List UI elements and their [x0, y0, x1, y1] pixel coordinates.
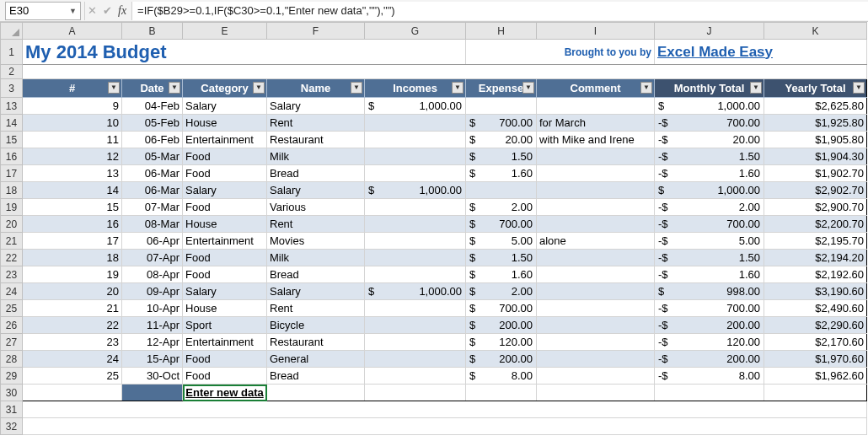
- cell-num[interactable]: 22: [23, 317, 122, 334]
- cell-expense[interactable]: [466, 98, 537, 115]
- cell-incomes[interactable]: [365, 199, 466, 216]
- empty-cell[interactable]: [23, 418, 867, 435]
- cell-date[interactable]: 05-Feb: [122, 115, 183, 132]
- cell-num[interactable]: 15: [23, 199, 122, 216]
- cell-expense[interactable]: $2.00: [466, 199, 537, 216]
- cell-expense[interactable]: $1.50: [466, 148, 537, 165]
- cell-date[interactable]: 07-Mar: [122, 199, 183, 216]
- cell-incomes[interactable]: [365, 115, 466, 132]
- cell-comment[interactable]: [537, 98, 655, 115]
- cell-name[interactable]: Rent: [267, 300, 365, 317]
- cell-comment[interactable]: [537, 317, 655, 334]
- cell-monthly[interactable]: $998.00: [655, 283, 764, 300]
- cell-yearly[interactable]: $2,902.70: [764, 182, 867, 199]
- cell-yearly[interactable]: $1,970.60: [764, 351, 867, 368]
- cell-category[interactable]: Food: [183, 250, 267, 266]
- cell-yearly[interactable]: $1,962.60: [764, 368, 867, 385]
- cell-date[interactable]: 12-Apr: [122, 334, 183, 351]
- cell-incomes[interactable]: [365, 368, 466, 385]
- row-header[interactable]: 30: [1, 385, 23, 401]
- cell-monthly[interactable]: -$200.00: [655, 317, 764, 334]
- cell-expense[interactable]: $200.00: [466, 317, 537, 334]
- cell-yearly[interactable]: $2,194.20: [764, 250, 867, 266]
- row-header[interactable]: 14: [1, 115, 23, 132]
- col-header-G[interactable]: G: [365, 23, 466, 40]
- cell-incomes[interactable]: $1,000.00: [365, 98, 466, 115]
- cell-name[interactable]: Restaurant: [267, 334, 365, 351]
- row-header[interactable]: 32: [1, 418, 23, 435]
- col-header-J[interactable]: J: [655, 23, 764, 40]
- cell-expense[interactable]: $5.00: [466, 233, 537, 250]
- header-comment[interactable]: Comment▼: [537, 79, 655, 98]
- cell-expense[interactable]: $2.00: [466, 283, 537, 300]
- cell-name[interactable]: Salary: [267, 182, 365, 199]
- cell-comment[interactable]: [537, 216, 655, 233]
- filter-button[interactable]: ▼: [853, 82, 865, 94]
- cell-name[interactable]: Rent: [267, 216, 365, 233]
- cell-date[interactable]: 05-Mar: [122, 148, 183, 165]
- cell-category[interactable]: Sport: [183, 317, 267, 334]
- cell-name[interactable]: Bread: [267, 266, 365, 283]
- cell-expense[interactable]: $120.00: [466, 334, 537, 351]
- header-incomes[interactable]: Incomes▼: [365, 79, 466, 98]
- cell-yearly[interactable]: $1,904.30: [764, 148, 867, 165]
- cell-monthly[interactable]: -$700.00: [655, 216, 764, 233]
- cell-yearly[interactable]: $2,290.60: [764, 317, 867, 334]
- cell-monthly[interactable]: -$700.00: [655, 300, 764, 317]
- col-header-A[interactable]: A: [23, 23, 122, 40]
- cell-yearly[interactable]: $1,902.70: [764, 165, 867, 182]
- cell-category[interactable]: Food: [183, 368, 267, 385]
- cell-category[interactable]: Entertainment: [183, 334, 267, 351]
- cell-num[interactable]: 18: [23, 250, 122, 266]
- cell-date[interactable]: 08-Mar: [122, 216, 183, 233]
- cell-monthly[interactable]: -$1.50: [655, 148, 764, 165]
- row-header[interactable]: 1: [1, 40, 23, 65]
- cell-incomes[interactable]: [365, 300, 466, 317]
- filter-button[interactable]: ▼: [522, 82, 534, 94]
- cell-expense[interactable]: $700.00: [466, 115, 537, 132]
- col-header-H[interactable]: H: [466, 23, 537, 40]
- active-cell[interactable]: Enter new data: [183, 385, 267, 401]
- cell-category[interactable]: Food: [183, 351, 267, 368]
- cell-expense[interactable]: $20.00: [466, 132, 537, 148]
- cell-comment[interactable]: [537, 199, 655, 216]
- filter-button[interactable]: ▼: [351, 82, 362, 94]
- cell-num[interactable]: 14: [23, 182, 122, 199]
- cell[interactable]: [365, 385, 466, 401]
- cell-incomes[interactable]: [365, 165, 466, 182]
- cell-comment[interactable]: [537, 300, 655, 317]
- cell[interactable]: [466, 385, 537, 401]
- row-header[interactable]: 18: [1, 182, 23, 199]
- row-header[interactable]: 29: [1, 368, 23, 385]
- filter-button[interactable]: ▼: [253, 82, 265, 94]
- cell-num[interactable]: 12: [23, 148, 122, 165]
- cell-date[interactable]: 08-Apr: [122, 266, 183, 283]
- row-header[interactable]: 15: [1, 132, 23, 148]
- cell-comment[interactable]: with Mike and Irene: [537, 132, 655, 148]
- cell[interactable]: [537, 385, 655, 401]
- row-header[interactable]: 2: [1, 65, 23, 79]
- cell-date[interactable]: 07-Apr: [122, 250, 183, 266]
- brought-by-cell[interactable]: Brought to you by: [466, 40, 655, 65]
- cell-yearly[interactable]: $2,195.70: [764, 233, 867, 250]
- cell-monthly[interactable]: -$1.60: [655, 266, 764, 283]
- header-monthly[interactable]: Monthly Total▼: [655, 79, 764, 98]
- cell-monthly[interactable]: -$20.00: [655, 132, 764, 148]
- cell-monthly[interactable]: -$700.00: [655, 115, 764, 132]
- chevron-down-icon[interactable]: ▼: [69, 7, 77, 15]
- cell-yearly[interactable]: $2,900.70: [764, 199, 867, 216]
- cell-num[interactable]: 24: [23, 351, 122, 368]
- filter-button[interactable]: ▼: [750, 82, 762, 94]
- filter-button[interactable]: ▼: [169, 82, 180, 94]
- cell-incomes[interactable]: [365, 250, 466, 266]
- cell-yearly[interactable]: $2,490.60: [764, 300, 867, 317]
- cell-category[interactable]: House: [183, 216, 267, 233]
- row-header[interactable]: 24: [1, 283, 23, 300]
- cell-monthly[interactable]: -$200.00: [655, 351, 764, 368]
- cell-name[interactable]: Milk: [267, 148, 365, 165]
- cell-num[interactable]: 19: [23, 266, 122, 283]
- col-header-E[interactable]: E: [183, 23, 267, 40]
- cell-incomes[interactable]: [365, 148, 466, 165]
- cell-date[interactable]: 10-Apr: [122, 300, 183, 317]
- row-header[interactable]: 22: [1, 250, 23, 266]
